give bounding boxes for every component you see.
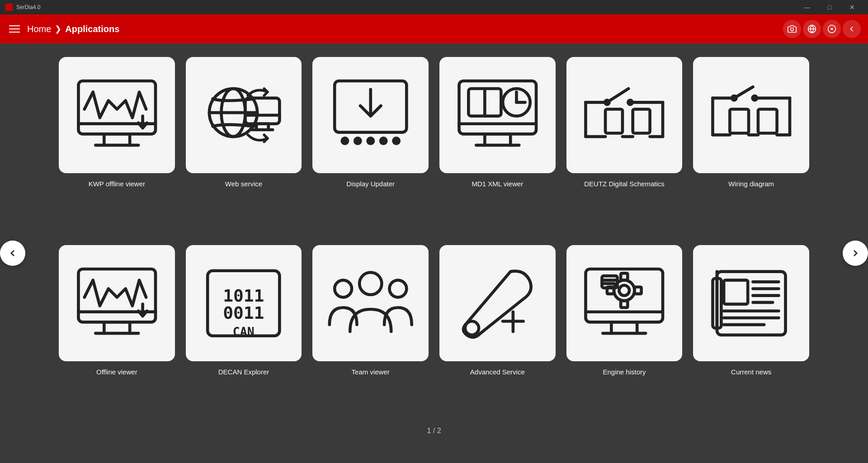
- svg-rect-91: [621, 301, 627, 307]
- back-button[interactable]: [843, 20, 861, 38]
- header-actions: [783, 20, 861, 38]
- next-page-button[interactable]: [843, 241, 868, 266]
- app-label-web: Web service: [225, 180, 262, 189]
- app-icon-box-offline: [59, 245, 175, 361]
- app-label-deutz: DEUTZ Digital Schematics: [584, 180, 665, 189]
- breadcrumb-separator: ❯: [55, 24, 61, 34]
- app-label-engine: Engine history: [603, 368, 646, 377]
- app-label-offline: Offline viewer: [96, 368, 137, 377]
- app-label-news: Current news: [731, 368, 771, 377]
- svg-text:0011: 0011: [223, 302, 264, 322]
- svg-point-89: [619, 285, 630, 296]
- app-icon-box-news: [693, 245, 809, 361]
- breadcrumb-home[interactable]: Home: [27, 24, 51, 34]
- app-kwp-offline-viewer[interactable]: KWP offline viewer: [59, 57, 175, 234]
- app-current-news[interactable]: Current news: [693, 245, 809, 422]
- breadcrumb-current: Applications: [65, 24, 119, 34]
- minimize-button[interactable]: —: [797, 0, 817, 14]
- title-bar: SerDia4.0 — □ ✕: [0, 0, 868, 14]
- svg-rect-46: [633, 109, 650, 133]
- app-icon-box-deutz: [566, 57, 683, 173]
- app-deutz-digital-schematics[interactable]: DEUTZ Digital Schematics: [566, 57, 683, 234]
- svg-text:CAN: CAN: [233, 324, 255, 338]
- svg-point-24: [340, 137, 349, 145]
- svg-rect-16: [245, 98, 280, 123]
- window-controls: — □ ✕: [797, 0, 863, 14]
- app-wiring-diagram[interactable]: Wiring diagram: [693, 57, 809, 234]
- svg-point-28: [392, 137, 401, 145]
- svg-point-27: [379, 137, 388, 145]
- svg-point-0: [791, 28, 794, 31]
- app-icon: [5, 4, 13, 11]
- svg-rect-45: [605, 109, 623, 133]
- globe-button[interactable]: [803, 20, 821, 38]
- pagination-display: 1 / 2: [427, 427, 441, 435]
- app-label-team: Team viewer: [352, 368, 390, 377]
- svg-point-78: [359, 272, 382, 294]
- app-icon-box-web: [186, 57, 302, 173]
- app-icon-box-kwp: [59, 57, 175, 173]
- svg-rect-90: [621, 273, 627, 280]
- app-icon-box-wiring: [693, 57, 809, 173]
- camera-icon: [788, 24, 797, 33]
- app-offline-viewer[interactable]: Offline viewer: [59, 245, 175, 422]
- app-icon-box-advanced: [439, 245, 556, 361]
- pagination: 1 / 2: [27, 427, 841, 435]
- app-decan-explorer[interactable]: 1011 0011 CAN DECAN Explorer: [186, 245, 302, 422]
- main-content: KWP offline viewer: [0, 43, 868, 463]
- svg-rect-93: [635, 287, 642, 293]
- prev-page-button[interactable]: [0, 241, 25, 266]
- app-md1-xml-viewer[interactable]: MD1 XML viewer: [439, 57, 556, 234]
- svg-point-26: [366, 137, 375, 145]
- app-icon-box-engine: [566, 245, 683, 361]
- screenshot-button[interactable]: [783, 20, 801, 38]
- app-label-md1: MD1 XML viewer: [472, 180, 524, 189]
- app-label-wiring: Wiring diagram: [728, 180, 774, 189]
- close-circle-icon: [827, 24, 836, 33]
- maximize-button[interactable]: □: [819, 0, 840, 14]
- apps-grid: KWP offline viewer: [27, 57, 841, 422]
- app-display-updater[interactable]: Display Updater: [312, 57, 429, 234]
- app-web-service[interactable]: Web service: [186, 57, 302, 234]
- svg-point-77: [389, 280, 406, 297]
- back-icon: [847, 24, 856, 33]
- app-team-viewer[interactable]: Team viewer: [312, 245, 429, 422]
- header: Home ❯ Applications: [0, 14, 868, 43]
- chevron-right-icon: [850, 248, 861, 259]
- svg-point-79: [465, 321, 478, 335]
- app-label-advanced: Advanced Service: [470, 368, 525, 377]
- close-circle-button[interactable]: [823, 20, 841, 38]
- svg-rect-58: [730, 109, 749, 133]
- svg-line-42: [607, 89, 628, 102]
- menu-button[interactable]: [7, 22, 22, 36]
- app-icon-box-team: [312, 245, 429, 361]
- breadcrumb: Home ❯ Applications: [27, 24, 119, 34]
- chevron-left-icon: [7, 248, 18, 259]
- globe-icon: [807, 24, 816, 33]
- svg-rect-98: [724, 280, 748, 304]
- app-icon-box-display: [312, 57, 429, 173]
- app-icon-box-md1: [439, 57, 556, 173]
- svg-rect-59: [758, 109, 777, 133]
- window-title: SerDia4.0: [16, 4, 40, 10]
- svg-point-25: [354, 137, 362, 145]
- app-label-display: Display Updater: [346, 180, 395, 189]
- app-label-decan: DECAN Explorer: [218, 368, 269, 377]
- app-icon-box-decan: 1011 0011 CAN: [186, 245, 302, 361]
- svg-point-76: [335, 280, 352, 297]
- close-button[interactable]: ✕: [842, 0, 863, 14]
- app-engine-history[interactable]: Engine history: [566, 245, 683, 422]
- svg-line-55: [734, 87, 753, 98]
- app-advanced-service[interactable]: Advanced Service: [439, 245, 556, 422]
- app-label-kwp: KWP offline viewer: [89, 180, 145, 189]
